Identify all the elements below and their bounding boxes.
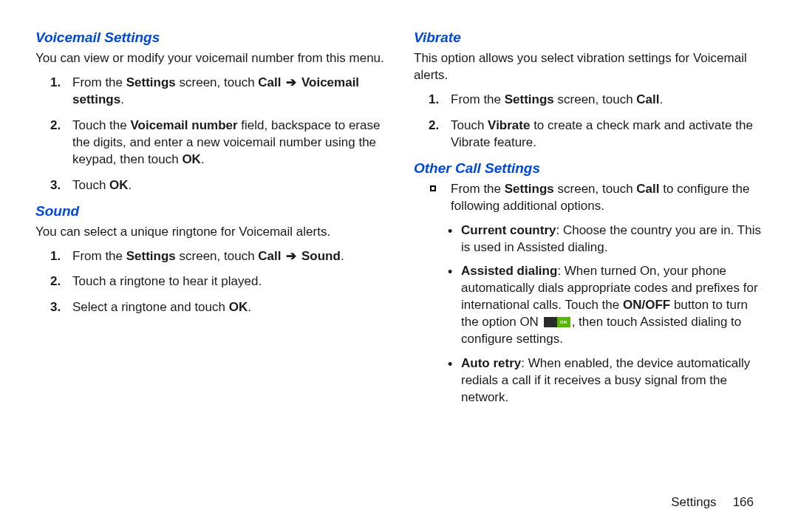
voicemail-intro: You can view or modify your voicemail nu… xyxy=(35,50,384,67)
footer-section: Settings xyxy=(671,495,716,509)
sound-intro: You can select a unique ringtone for Voi… xyxy=(35,224,384,241)
vibrate-step-1: From the Settings screen, touch Call. xyxy=(414,92,763,109)
sound-step-1: From the Settings screen, touch Call ➔ S… xyxy=(35,248,384,265)
sound-step-3: Select a ringtone and touch OK. xyxy=(35,299,384,316)
vibrate-intro: This option allows you select vibration … xyxy=(414,50,763,84)
page-number: 166 xyxy=(733,495,754,509)
voicemail-steps: From the Settings screen, touch Call ➔ V… xyxy=(35,75,384,194)
other-call-lead: From the Settings screen, touch Call to … xyxy=(414,181,763,215)
voicemail-step-1: From the Settings screen, touch Call ➔ V… xyxy=(35,75,384,109)
heading-voicemail-settings: Voicemail Settings xyxy=(35,30,384,46)
right-column: Vibrate This option allows you select vi… xyxy=(414,30,763,510)
on-off-toggle-icon: ON xyxy=(544,317,570,327)
vibrate-step-2: Touch Vibrate to create a check mark and… xyxy=(414,117,763,151)
page-footer: Settings166 xyxy=(671,495,754,510)
left-column: Voicemail Settings You can view or modif… xyxy=(35,30,384,510)
arrow-icon: ➔ xyxy=(284,75,298,89)
voicemail-step-2: Touch the Voicemail number field, backsp… xyxy=(35,117,384,168)
voicemail-step-3: Touch OK. xyxy=(35,177,384,194)
manual-page: Voicemail Settings You can view or modif… xyxy=(0,0,798,532)
arrow-icon: ➔ xyxy=(284,249,298,263)
heading-vibrate: Vibrate xyxy=(414,30,763,46)
option-current-country: Current country: Choose the country you … xyxy=(414,222,763,256)
sound-step-2: Touch a ringtone to hear it played. xyxy=(35,273,384,290)
option-assisted-dialing: Assisted dialing: When turned On, your p… xyxy=(414,263,763,348)
other-call-lead-item: From the Settings screen, touch Call to … xyxy=(414,181,763,215)
sound-steps: From the Settings screen, touch Call ➔ S… xyxy=(35,248,384,317)
option-auto-retry: Auto retry: When enabled, the device aut… xyxy=(414,355,763,406)
vibrate-steps: From the Settings screen, touch Call. To… xyxy=(414,92,763,151)
heading-other-call-settings: Other Call Settings xyxy=(414,160,763,177)
other-call-options: Current country: Choose the country you … xyxy=(414,222,763,406)
heading-sound: Sound xyxy=(35,203,384,219)
